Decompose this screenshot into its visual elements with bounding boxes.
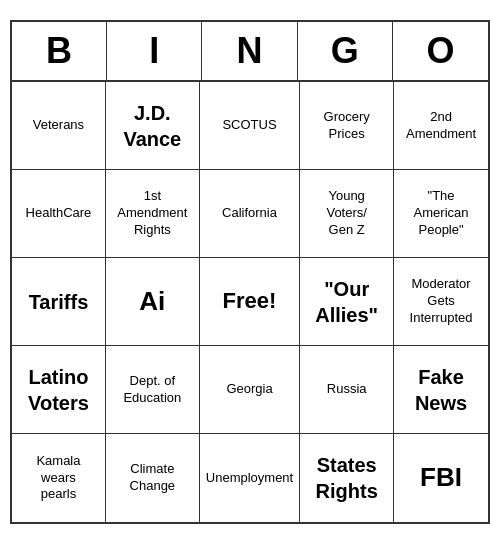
bingo-cell: J.D.Vance [106, 82, 200, 170]
header-letter: I [107, 22, 202, 80]
bingo-cell: YoungVoters/Gen Z [300, 170, 394, 258]
bingo-cell: Georgia [200, 346, 300, 434]
bingo-cell: FBI [394, 434, 488, 522]
bingo-cell: StatesRights [300, 434, 394, 522]
header-letter: B [12, 22, 107, 80]
bingo-cell: California [200, 170, 300, 258]
header-letter: N [202, 22, 297, 80]
bingo-cell: GroceryPrices [300, 82, 394, 170]
bingo-cell: Russia [300, 346, 394, 434]
bingo-cell: Unemployment [200, 434, 300, 522]
bingo-cell: Tariffs [12, 258, 106, 346]
bingo-cell: Ai [106, 258, 200, 346]
bingo-cell: Dept. ofEducation [106, 346, 200, 434]
bingo-cell: SCOTUS [200, 82, 300, 170]
bingo-cell: Veterans [12, 82, 106, 170]
bingo-cell: 1stAmendmentRights [106, 170, 200, 258]
bingo-cell: ModeratorGetsInterrupted [394, 258, 488, 346]
header-letter: O [393, 22, 488, 80]
bingo-card: BINGO VeteransJ.D.VanceSCOTUSGroceryPric… [10, 20, 490, 524]
bingo-grid: VeteransJ.D.VanceSCOTUSGroceryPrices2ndA… [12, 82, 488, 522]
bingo-cell: FakeNews [394, 346, 488, 434]
bingo-cell: 2ndAmendment [394, 82, 488, 170]
bingo-cell: "OurAllies" [300, 258, 394, 346]
bingo-cell: "TheAmericanPeople" [394, 170, 488, 258]
bingo-cell: Free! [200, 258, 300, 346]
bingo-cell: Kamalawearspearls [12, 434, 106, 522]
bingo-header: BINGO [12, 22, 488, 82]
header-letter: G [298, 22, 393, 80]
bingo-cell: HealthCare [12, 170, 106, 258]
bingo-cell: LatinoVoters [12, 346, 106, 434]
bingo-cell: ClimateChange [106, 434, 200, 522]
